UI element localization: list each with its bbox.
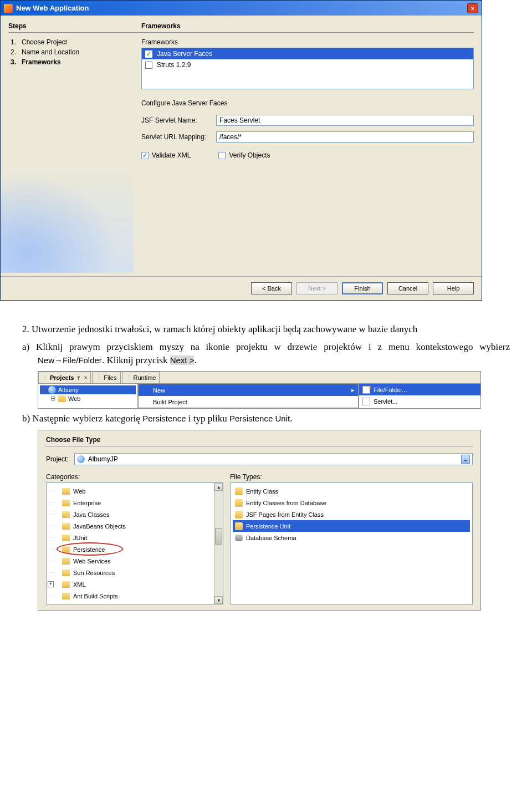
steps-heading: Steps [8,22,141,33]
scroll-down-icon[interactable]: ▾ [214,596,223,604]
category-item[interactable]: ⋯Web Services [47,555,223,567]
submenu-servlet[interactable]: Servlet... [359,395,480,407]
submenu[interactable]: File/Folder... Servlet... [359,384,480,408]
instruction-2a: a) Kliknij prawym przyciskiem myszy na i… [38,340,510,367]
choose-file-type-panel: Choose File Type Project: AlbumyJP ⌄ Cat… [38,430,481,611]
filetype-icon [235,487,243,495]
app-icon [4,4,13,13]
configure-label: Configure Java Server Faces [141,99,474,107]
tree-child[interactable]: ⊟Web [40,394,136,403]
button-bar: < Back Next > Finish Cancel Help [1,276,482,300]
project-tree[interactable]: ⊟Albumy ⊟Web [38,384,138,408]
framework-item-struts[interactable]: Struts 1.2.9 [142,59,473,70]
folder-icon [62,523,70,530]
checkbox-icon[interactable]: ✓ [145,50,152,58]
help-button[interactable]: Help [433,282,474,294]
category-item[interactable]: ⋯Sun Resources [47,567,223,578]
filetype-icon [235,511,243,519]
steps-panel: Steps 1.Choose Project 2.Name and Locati… [8,22,141,273]
folder-icon [62,581,70,588]
category-item[interactable]: ⋯Persistence [47,543,223,555]
url-mapping-input[interactable] [216,131,474,143]
titlebar: New Web Application × [1,1,482,16]
category-item[interactable]: ⋯Enterprise [47,497,223,509]
cancel-button[interactable]: Cancel [387,282,428,294]
folder-icon [62,546,70,553]
project-combo[interactable]: AlbumyJP ⌄ [74,453,473,465]
categories-label: Categories: [46,473,223,481]
finish-button[interactable]: Finish [342,282,383,294]
folder-icon [62,558,70,565]
frameworks-panel: Frameworks Frameworks ✓ Java Server Face… [141,22,474,273]
instruction-2: 2. Utworzenie jednostki trwałości, w ram… [22,323,510,336]
menu-new[interactable]: New▸ [139,384,358,396]
filetype-icon [235,499,243,507]
tab-runtime[interactable]: ⋮Runtime [122,372,160,383]
category-item[interactable]: ⋯Ant Build Scripts [47,590,223,602]
folder-icon [62,511,70,518]
chevron-right-icon: ▸ [351,387,355,394]
new-file-icon [362,386,370,394]
tab-projects[interactable]: ⋮Projects⫯× [38,372,91,383]
filetype-item[interactable]: Entity Class [233,485,470,497]
category-item[interactable]: ⋯Web [47,485,223,497]
checkbox-icon[interactable]: ✓ [141,152,149,159]
category-item[interactable]: ⋯JavaBeans Objects [47,520,223,532]
file-icon [362,398,370,405]
folder-icon [62,500,70,506]
filetype-icon [235,522,243,530]
frameworks-listbox[interactable]: ✓ Java Server Faces Struts 1.2.9 [141,48,474,89]
categories-listbox[interactable]: ⋯Web⋯Enterprise⋯Java Classes⋯JavaBeans O… [46,482,223,604]
folder-icon [62,535,70,541]
choose-file-type-title: Choose File Type [46,436,473,446]
back-button[interactable]: < Back [251,282,292,294]
frameworks-label: Frameworks [141,38,474,46]
new-web-app-dialog: New Web Application × Steps 1.Choose Pro… [0,0,482,301]
category-item[interactable]: ⋯Java Classes [47,509,223,520]
folder-icon [62,488,70,495]
verify-objects-checkbox[interactable]: Verify Objects [218,151,270,159]
checkbox-icon[interactable] [218,152,226,159]
project-icon [77,455,85,463]
filetypes-label: File Types: [230,473,473,481]
tree-root[interactable]: ⊟Albumy [40,385,136,394]
filetype-item[interactable]: Database Schema [233,532,470,543]
scrollbar[interactable]: ▴ ▾ [214,483,223,604]
chevron-down-icon[interactable]: ⌄ [461,455,470,464]
menu-build[interactable]: Build Project [139,396,358,408]
scroll-up-icon[interactable]: ▴ [214,483,223,491]
jsf-name-input[interactable] [216,115,474,126]
folder-icon [62,593,70,599]
project-icon [48,386,56,394]
next-button: Next > [296,282,337,294]
validate-xml-checkbox[interactable]: ✓ Validate XML [141,151,191,159]
tab-files[interactable]: ⋮Files [92,372,120,383]
context-menu-screenshot: ⋮Projects⫯× ⋮Files ⋮Runtime ⊟Albumy ⊟Web… [38,371,481,409]
filetype-item[interactable]: Entity Classes from Database [233,497,470,509]
submenu-filefolder[interactable]: File/Folder... [359,384,480,395]
close-icon[interactable]: × [467,3,478,13]
frameworks-heading: Frameworks [141,22,474,33]
filetype-item[interactable]: Persistence Unit [233,520,470,532]
folder-icon [62,570,70,576]
checkbox-icon[interactable] [145,62,152,69]
project-label: Project: [46,455,69,463]
scroll-thumb[interactable] [215,528,222,545]
steps-list: 1.Choose Project 2.Name and Location 3.F… [8,37,141,67]
framework-item-jsf[interactable]: ✓ Java Server Faces [142,48,473,59]
filetype-icon [235,535,243,541]
folder-icon [58,395,66,402]
url-mapping-label: Servlet URL Mapping: [141,133,216,141]
jsf-name-label: JSF Servlet Name: [141,116,216,124]
decorative-gradient [1,162,134,273]
context-menu[interactable]: New▸ Build Project [138,384,359,408]
category-item[interactable]: ⋯+XML [47,578,223,590]
category-item[interactable]: ⋯JUnit [47,532,223,543]
instruction-2b: b) Następnie wybierz kategorię Persisten… [38,412,510,425]
filetype-item[interactable]: JSF Pages from Entity Class [233,509,470,520]
filetypes-listbox[interactable]: Entity ClassEntity Classes from Database… [230,482,473,604]
dialog-title: New Web Application [16,4,467,12]
